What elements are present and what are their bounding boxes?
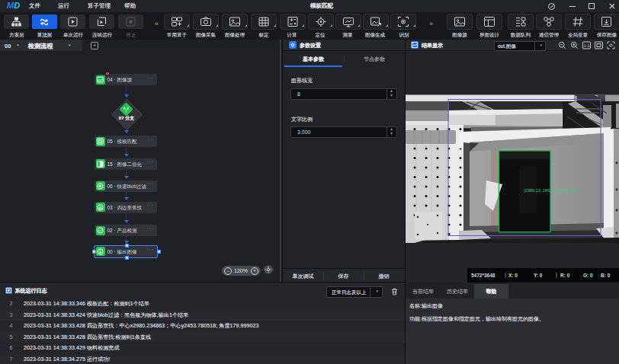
svg-text:(2980.23, 2453.78); 179.999: (2980.23, 2453.78); 179.999 [524,188,576,193]
svg-text:1:1: 1:1 [584,43,590,48]
